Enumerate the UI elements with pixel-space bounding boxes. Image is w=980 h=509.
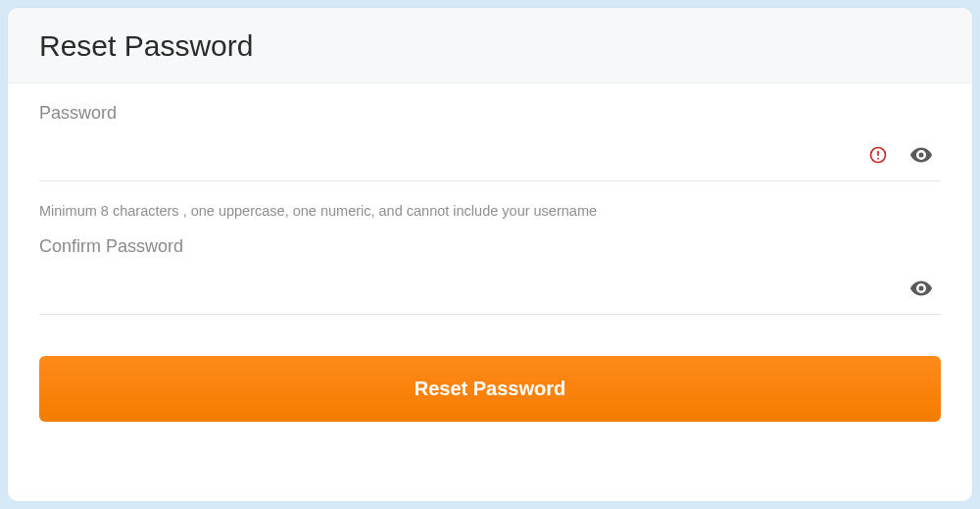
password-input[interactable] (39, 145, 866, 166)
confirm-password-input-icons (909, 277, 941, 300)
confirm-password-input-row (39, 259, 941, 315)
password-input-row (39, 126, 941, 181)
card-header: Reset Password (8, 8, 972, 83)
reset-password-card: Reset Password Password (8, 8, 972, 501)
svg-point-2 (877, 158, 879, 160)
confirm-password-field-group: Confirm Password (39, 236, 941, 315)
confirm-password-label: Confirm Password (39, 236, 941, 257)
card-body: Password (8, 83, 972, 449)
password-hint: Minimum 8 characters , one uppercase, on… (39, 203, 941, 219)
password-input-icons (866, 143, 941, 167)
password-label: Password (39, 103, 941, 124)
confirm-password-input[interactable] (39, 279, 909, 299)
eye-icon[interactable] (909, 143, 933, 167)
eye-icon[interactable] (909, 277, 933, 300)
reset-password-button[interactable]: Reset Password (39, 356, 941, 422)
alert-circle-icon (866, 143, 890, 167)
password-field-group: Password (39, 103, 941, 181)
page-title: Reset Password (39, 29, 941, 63)
